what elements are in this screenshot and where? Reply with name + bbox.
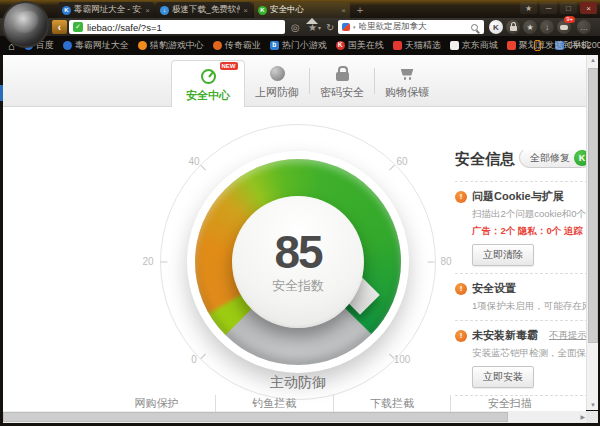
divider (455, 181, 586, 182)
bookmark-item[interactable]: 京东商城 (450, 39, 498, 52)
search-box[interactable]: ▾ 哈里欲定居加拿大 (338, 20, 484, 34)
new-tab-button[interactable]: + (352, 2, 368, 18)
lock-button[interactable] (506, 20, 520, 34)
bookmark-item[interactable]: 天猫精选 (393, 39, 441, 52)
bookmark-label: 国美在线 (348, 39, 384, 52)
vertical-scroll-thumb[interactable] (588, 68, 598, 343)
skin-button[interactable]: ★ (520, 2, 537, 14)
send-to-phone-button[interactable]: 发送到手机 (534, 36, 590, 55)
browser-tab-download[interactable]: ↓ 极速下载_免费软件... × (156, 2, 252, 18)
panel-item-cookies: ! 问题Cookie与扩展 扫描出2个问题cookie和0个问题扩展 广告：2个… (455, 189, 586, 266)
score-bubble: 85 安全指数 (232, 196, 364, 328)
dont-remind-link[interactable]: 不再提示 (549, 329, 586, 342)
lock-icon (336, 72, 349, 81)
gauge-tick-label: 60 (390, 156, 414, 167)
security-score-gauge: 0 20 40 60 80 100 85 安全指数 主动防御 (160, 124, 436, 400)
browser-tab-duba[interactable]: K 毒霸网址大全 - 安全... × (58, 2, 154, 18)
bookmark-favicon (507, 41, 516, 50)
star-button[interactable]: ★ (523, 20, 537, 34)
panel-item-duba-install: ! 未安装新毒霸 不再提示 安装蓝芯铠甲检测，全面保护系统安全 立即安装 (455, 328, 586, 388)
bookmarks-bar: ⌂ 百度 毒霸网址大全 猎豹游戏中心 传奇霸业 b 热门小游戏 K 国美在线 天… (0, 36, 600, 55)
vertical-scrollbar[interactable]: ▲ ▼ (586, 55, 598, 410)
feature-nav: 网购保护 钓鱼拦截 下载拦截 安全扫描 (98, 395, 568, 412)
scroll-right-icon[interactable]: ▶ (580, 411, 585, 423)
duba-favicon: K (62, 6, 71, 15)
sidebar-notch[interactable] (0, 85, 3, 101)
nav-phishing-block[interactable]: 钓鱼拦截 (215, 395, 333, 412)
game-center-button[interactable]: 9+ (557, 20, 571, 34)
liebao-logo[interactable] (2, 1, 49, 48)
security-center-page: NEW 安全中心 上网防御 密码安全 购物保镖 (3, 55, 586, 423)
bookmark-favicon (213, 41, 222, 50)
close-window-button[interactable]: × (580, 2, 597, 14)
address-bar[interactable]: ✓ liebao://safe/?s=1 (69, 20, 285, 34)
minimize-button[interactable]: ─ (540, 2, 557, 14)
menu-button[interactable]: … (577, 20, 591, 34)
bookmark-item[interactable]: 猎豹游戏中心 (138, 39, 204, 52)
panel-item-settings: ! 安全设置 1项保护未启用，可能存在风险 (455, 281, 586, 313)
search-icon[interactable] (471, 24, 478, 31)
new-badge: NEW (220, 62, 238, 70)
bookmark-item[interactable]: 毒霸网址大全 (63, 39, 129, 52)
item-title: 安全设置 (472, 281, 516, 296)
bookmark-label: 热门小游戏 (282, 39, 327, 52)
bookmark-favicon (450, 41, 459, 50)
gauge-icon (201, 69, 216, 84)
browser-window: K 毒霸网址大全 - 安全... × ↓ 极速下载_免费软件... × K 安全… (0, 0, 600, 426)
close-tab-icon[interactable]: × (341, 6, 346, 15)
warning-icon: ! (455, 191, 467, 203)
bookmark-item[interactable]: K 国美在线 (336, 39, 384, 52)
nav-download-block[interactable]: 下载拦截 (333, 395, 451, 412)
tab-password-security[interactable]: 密码安全 (310, 55, 374, 107)
close-tab-icon[interactable]: × (243, 6, 248, 15)
download-site-favicon: ↓ (160, 6, 169, 15)
back-button[interactable]: ‹ (52, 20, 67, 34)
browser-tab-security-center[interactable]: K 安全中心 × (254, 2, 350, 18)
tab-shopping-guard[interactable]: 购物保镖 (375, 55, 439, 107)
divider (455, 320, 586, 321)
bookmark-favicon (393, 41, 402, 50)
nav-security-scan[interactable]: 安全扫描 (450, 395, 568, 412)
tab-label: 密码安全 (320, 85, 364, 100)
maximize-button[interactable]: □ (560, 2, 577, 14)
clear-now-button[interactable]: 立即清除 (472, 244, 534, 266)
install-now-button[interactable]: 立即安装 (472, 366, 534, 388)
horizontal-scroll-thumb[interactable] (3, 412, 508, 422)
bookmark-label: 京东商城 (462, 39, 498, 52)
nav-shopping-protection[interactable]: 网购保护 (98, 395, 215, 412)
tab-security-center[interactable]: NEW 安全中心 (171, 60, 245, 107)
search-query[interactable]: 哈里欲定居加拿大 (359, 21, 468, 33)
gauge-tick-label: 100 (390, 354, 414, 365)
security-score: 85 (274, 229, 321, 275)
duba-k-button[interactable]: K (489, 20, 503, 34)
bookmark-favicon (138, 41, 147, 50)
bookmark-item[interactable]: b 热门小游戏 (270, 39, 327, 52)
lock-icon (510, 26, 517, 31)
phone-icon (534, 40, 541, 51)
gamepad-icon (560, 25, 568, 30)
download-manager-button[interactable]: ↓ (540, 20, 554, 34)
bookmark-favicon: b (270, 41, 279, 50)
search-engine-icon[interactable] (342, 23, 350, 31)
address-toolbar: ‹ ✓ liebao://safe/?s=1 ◎ ★▾ ↻ ▾ 哈里欲定居加拿大… (0, 18, 600, 36)
gauge-tick (161, 262, 168, 263)
fix-all-button[interactable]: 全部修复 K (519, 150, 586, 168)
bookmark-item[interactable]: 传奇霸业 (213, 39, 261, 52)
search-engine-dropdown-icon[interactable]: ▾ (353, 24, 356, 30)
tab-web-defense[interactable]: 上网防御 (245, 55, 309, 107)
close-tab-icon[interactable]: × (145, 6, 150, 15)
bookmark-label: 天猫精选 (405, 39, 441, 52)
scroll-up-icon[interactable]: ▲ (587, 57, 599, 63)
bookmark-label: 传奇霸业 (225, 39, 261, 52)
globe-shield-icon (270, 66, 285, 81)
tab-bar: K 毒霸网址大全 - 安全... × ↓ 极速下载_免费软件... × K 安全… (0, 0, 600, 18)
scroll-down-icon[interactable]: ▼ (587, 402, 599, 408)
item-description: 安装蓝芯铠甲检测，全面保护系统安全 (472, 347, 586, 360)
tab-title: 极速下载_免费软件... (172, 4, 240, 16)
security-info-panel: 安全信息 全部修复 K ! 问题Cookie与扩展 扫描出2个问题cookie和… (455, 150, 586, 403)
favorites-star-icon[interactable]: ★▾ (308, 20, 321, 34)
compass-icon[interactable]: ◎ (291, 20, 300, 34)
notification-badge: 9+ (564, 16, 575, 23)
horizontal-scrollbar[interactable]: ▶ (3, 411, 586, 423)
refresh-icon[interactable]: ↻ (326, 20, 334, 34)
